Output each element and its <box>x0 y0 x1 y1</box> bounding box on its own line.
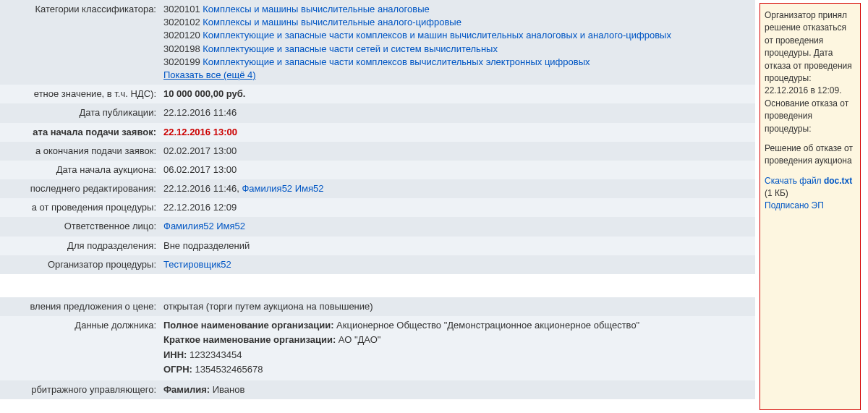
debtor-inn-value: 1232343454 <box>187 349 242 360</box>
value-end-apps: 02.02.2017 13:00 <box>159 142 755 161</box>
refusal-notice-panel: Организатор принял решение отказаться от… <box>760 3 861 410</box>
category-code: 3020198 <box>163 43 200 54</box>
label-end-apps: а окончания подачи заявок: <box>0 142 159 161</box>
label-debtor: Данные должника: <box>0 316 159 380</box>
arbitr-surname-value: Иванов <box>210 384 244 395</box>
value-last-edit: 22.12.2016 11:46, Фамилия52 Имя52 <box>159 179 755 198</box>
debtor-short-value: АО "ДАО" <box>336 334 380 345</box>
last-edit-date: 22.12.2016 11:46, <box>163 183 242 194</box>
last-edit-user-link[interactable]: Фамилия52 Имя52 <box>242 183 323 194</box>
download-block: Скачать файл doc.txt (1 КБ) Подписано ЭП <box>765 175 856 213</box>
notice-text-2: Решение об отказе от проведения аукциона <box>765 142 856 168</box>
value-proposal-form: открытая (торги путем аукциона на повыше… <box>159 297 755 316</box>
category-link[interactable]: Комплексы и машины вычислительные аналог… <box>203 17 461 27</box>
label-auction-start: Дата начала аукциона: <box>0 161 159 179</box>
category-link[interactable]: Комплектующие и запасные части сетей и с… <box>203 43 498 54</box>
label-last-edit: последнего редактирования: <box>0 179 159 198</box>
debtor-ogrn-value: 1354532465678 <box>192 364 263 375</box>
category-code: 3020101 <box>163 4 200 14</box>
value-subdivision: Вне подразделений <box>159 237 755 255</box>
label-start-apps: ата начала подачи заявок: <box>0 123 159 142</box>
category-link[interactable]: Комплексы и машины вычислительные аналог… <box>203 4 429 14</box>
show-all-categories-link[interactable]: Показать все (ещё 4) <box>163 69 256 80</box>
label-pub-date: Дата публикации: <box>0 103 159 122</box>
label-subdivision: Для подразделения: <box>0 237 159 255</box>
signed-ep-link[interactable]: Подписано ЭП <box>765 200 824 210</box>
category-code: 3020199 <box>163 56 200 67</box>
debtor-block: Полное наименование организации: Акционе… <box>159 316 755 380</box>
debtor-full-label: Полное наименование организации: <box>163 320 334 331</box>
label-responsible: Ответственное лицо: <box>0 217 159 236</box>
details-panel: Категории классификатора: 3020101 Компле… <box>0 0 755 413</box>
label-refusal: а от проведения процедуры: <box>0 198 159 217</box>
arbitr-block: Фамилия: Иванов <box>159 380 755 399</box>
label-organizer: Организатор процедуры: <box>0 255 159 274</box>
download-file-size: (1 КБ) <box>765 188 788 198</box>
label-categories: Категории классификатора: <box>0 0 159 85</box>
categories-list: 3020101 Комплексы и машины вычислительны… <box>159 0 755 85</box>
notice-text-1: Организатор принял решение отказаться от… <box>765 9 856 135</box>
arbitr-surname-label: Фамилия: <box>163 384 210 395</box>
debtor-short-label: Краткое наименование организации: <box>163 334 336 345</box>
value-est-value: 10 000 000,00 руб. <box>159 85 755 103</box>
category-link[interactable]: Комплектующие и запасные части комплексо… <box>203 56 590 67</box>
download-file-label-link[interactable]: Скачать файл <box>765 176 824 186</box>
debtor-full-value: Акционерное Общество "Демонстрационное а… <box>334 320 640 331</box>
label-est-value: етное значение, в т.ч. НДС): <box>0 85 159 103</box>
label-arbitr: рбитражного управляющего: <box>0 380 159 399</box>
debtor-inn-label: ИНН: <box>163 349 187 360</box>
download-file-link[interactable]: doc.txt <box>824 176 852 186</box>
value-pub-date: 22.12.2016 11:46 <box>159 103 755 122</box>
value-start-apps: 22.12.2016 13:00 <box>159 123 755 142</box>
category-link[interactable]: Комплектующие и запасные части комплексо… <box>203 30 671 41</box>
value-refusal: 22.12.2016 12:09 <box>159 198 755 217</box>
category-code: 3020120 <box>163 30 200 41</box>
category-code: 3020102 <box>163 17 200 27</box>
responsible-link[interactable]: Фамилия52 Имя52 <box>163 221 245 231</box>
label-proposal-form: вления предложения о цене: <box>0 297 159 316</box>
debtor-ogrn-label: ОГРН: <box>163 364 192 375</box>
value-auction-start: 06.02.2017 13:00 <box>159 161 755 179</box>
organizer-link[interactable]: Тестировщик52 <box>163 259 231 270</box>
